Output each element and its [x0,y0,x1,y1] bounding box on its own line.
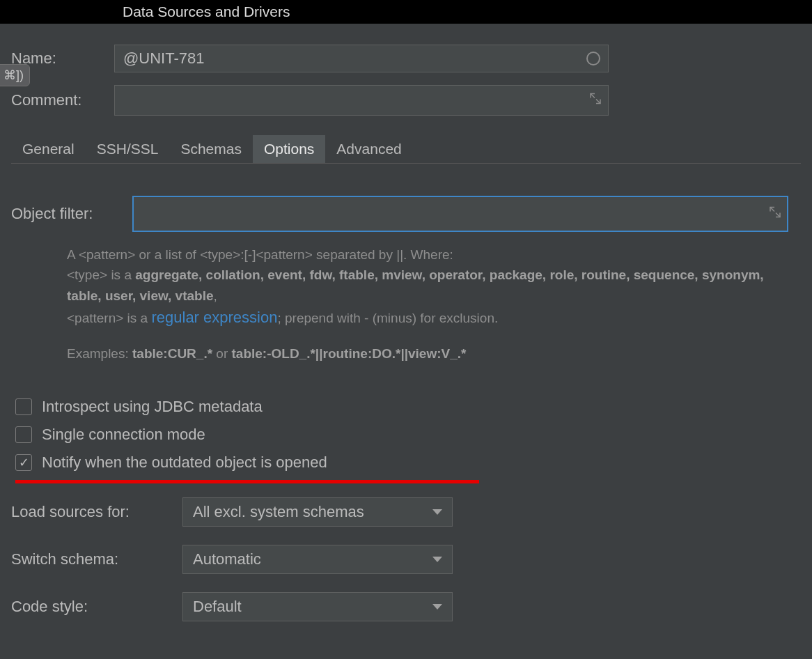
load-sources-label: Load sources for: [11,503,182,521]
regex-link[interactable]: regular expression [151,309,277,326]
tab-general[interactable]: General [11,135,86,163]
comment-label: Comment: [11,91,114,109]
introspect-jdbc-label: Introspect using JDBC metadata [42,398,263,416]
code-style-dropdown[interactable]: Default [182,592,453,621]
name-input[interactable] [114,45,609,72]
tab-bar: General SSH/SSL Schemas Options Advanced [11,135,801,164]
introspect-jdbc-checkbox[interactable] [15,398,32,415]
chevron-down-icon [432,604,442,610]
notify-outdated-label: Notify when the outdated object is opene… [42,453,327,472]
object-filter-help: A <pattern> or a list of <type>:[-]<patt… [67,245,788,364]
single-connection-label: Single connection mode [42,426,205,444]
highlight-underline [15,480,479,483]
switch-schema-label: Switch schema: [11,550,182,568]
tab-ssh-ssl[interactable]: SSH/SSL [86,135,170,163]
window-title: Data Sources and Drivers [123,3,290,20]
color-picker-circle-icon[interactable] [586,52,600,65]
titlebar: Data Sources and Drivers [0,0,812,24]
object-filter-input[interactable] [132,196,788,232]
single-connection-checkbox[interactable] [15,426,32,443]
chevron-down-icon [432,557,442,562]
chevron-down-icon [432,509,442,515]
tab-options[interactable]: Options [253,135,325,163]
code-style-label: Code style: [11,598,182,616]
switch-schema-dropdown[interactable]: Automatic [182,545,453,574]
comment-input[interactable] [114,85,609,116]
notify-outdated-checkbox[interactable] [15,454,32,471]
tab-schemas[interactable]: Schemas [169,135,253,163]
load-sources-dropdown[interactable]: All excl. system schemas [182,497,453,527]
tab-advanced[interactable]: Advanced [325,135,412,163]
shortcut-hint-badge: ⌘]) [0,64,30,86]
object-filter-label: Object filter: [11,205,132,223]
